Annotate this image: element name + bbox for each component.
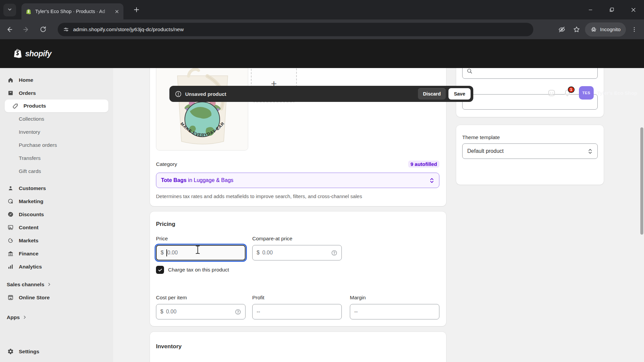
browser-tab[interactable]: Tyler's Eco Shop · Products · Ad [21, 3, 123, 19]
theme-template-card: Theme template Default product [456, 125, 604, 185]
sidebar-item-customers[interactable]: Customers [0, 182, 113, 195]
search-field[interactable] [462, 68, 598, 79]
profit-value: -- [257, 309, 260, 315]
margin-label: Margin [350, 295, 366, 301]
category-select[interactable]: Tote Bags in Luggage & Bags [156, 173, 439, 188]
sidebar-item-label: Finance [19, 251, 39, 257]
apps-label: Apps [7, 314, 20, 320]
compare-at-price-label: Compare-at price [252, 236, 292, 242]
content-icon [7, 224, 14, 231]
store-avatar: TES [579, 86, 594, 100]
help-question-icon[interactable] [235, 309, 241, 315]
products-tag-icon [11, 103, 19, 109]
search-icon [467, 68, 473, 74]
cost-per-item-field[interactable]: $ [156, 304, 246, 319]
category-value-rest: in Luggage & Bags [186, 177, 233, 183]
shopify-logo[interactable]: shopify [13, 48, 51, 59]
cost-per-item-input[interactable] [166, 309, 235, 315]
sidebar-item-products[interactable]: Products [5, 100, 108, 112]
sidebar-item-label: Content [19, 225, 39, 231]
sidebar-item-online-store[interactable]: Online Store [0, 291, 113, 304]
tab-search-button[interactable] [3, 4, 16, 16]
sidebar-item-content[interactable]: Content [0, 221, 113, 234]
notifications-button[interactable]: 1 [563, 89, 572, 97]
category-value-bold: Tote Bags [161, 177, 186, 183]
sidebar-section-sales-channels[interactable]: Sales channels [0, 278, 113, 291]
search-input[interactable] [475, 68, 593, 74]
analytics-icon [7, 263, 14, 270]
charge-tax-checkbox[interactable] [156, 266, 164, 274]
price-input[interactable] [167, 250, 241, 256]
page-scrollbar[interactable] [640, 127, 643, 235]
margin-value: -- [354, 309, 358, 315]
sidebar-item-label: Marketing [19, 198, 43, 204]
sidebar-item-inventory[interactable]: Inventory [0, 125, 113, 138]
autofilled-badge[interactable]: 9 autofilled [408, 161, 439, 168]
charge-tax-label: Charge tax on this product [168, 267, 229, 273]
forward-button[interactable] [19, 22, 34, 37]
sidebar-item-settings[interactable]: Settings [0, 345, 113, 358]
reload-button[interactable] [36, 22, 50, 37]
theme-template-select[interactable]: Default product [462, 143, 598, 159]
help-question-icon[interactable] [331, 250, 337, 256]
url-bar[interactable]: admin.shopify.com/store/jy63jq-dc/produc… [58, 23, 533, 36]
sidebar-item-label: Purchase orders [19, 142, 57, 148]
site-info-icon[interactable] [63, 26, 69, 33]
chevron-right-icon [22, 315, 27, 319]
sidebar-item-purchase-orders[interactable]: Purchase orders [0, 138, 113, 152]
charge-tax-row[interactable]: Charge tax on this product [156, 266, 229, 274]
price-field[interactable]: $ [156, 245, 246, 260]
window-controls [580, 0, 644, 19]
sidekick-icon[interactable] [547, 89, 556, 97]
new-tab-button[interactable] [133, 6, 140, 15]
sidebar-item-discounts[interactable]: Discounts [0, 208, 113, 221]
unsaved-product-bar: Unsaved product Discard Save [169, 86, 473, 102]
save-button-label: Save [454, 91, 465, 97]
discounts-icon [7, 211, 14, 218]
sidebar-item-label: Orders [19, 90, 36, 96]
sidebar-item-marketing[interactable]: Marketing [0, 195, 113, 208]
sidebar-item-markets[interactable]: $ Markets [0, 234, 113, 247]
mouse-ibeam-cursor [195, 245, 201, 256]
product-image-thumbnail[interactable]: MAKE EVERYDAY EARTH DAY [156, 68, 248, 150]
markets-icon: $ [7, 237, 14, 244]
sidebar-item-orders[interactable]: Orders [0, 86, 113, 100]
category-label: Category [156, 161, 177, 167]
url-text: admin.shopify.com/store/jy63jq-dc/produc… [73, 26, 184, 33]
marketing-icon [7, 198, 14, 204]
sidebar-item-analytics[interactable]: Analytics [0, 260, 113, 273]
orders-icon [7, 90, 14, 96]
sidebar-item-collections[interactable]: Collections [0, 112, 113, 125]
sidebar-section-apps[interactable]: Apps [0, 311, 113, 324]
sidebar-item-label: Settings [19, 349, 39, 355]
alert-circle-icon [175, 90, 182, 98]
window-close-button[interactable] [623, 0, 644, 19]
tab-close-icon[interactable] [114, 9, 119, 14]
save-button[interactable]: Save [448, 88, 471, 100]
sidebar-item-home[interactable]: Home [0, 73, 113, 86]
incognito-badge: Incognito [585, 22, 626, 37]
store-menu[interactable]: TES Tyler's Eco Shop [579, 86, 637, 100]
unsaved-product-label: Unsaved product [185, 91, 418, 97]
bookmark-star-icon[interactable] [570, 23, 583, 36]
sidebar-item-label: Analytics [19, 264, 42, 270]
compare-at-price-field[interactable]: $ [252, 245, 342, 260]
shopify-favicon [25, 8, 32, 15]
sidebar-item-transfers[interactable]: Transfers [0, 152, 113, 165]
select-updown-icon [588, 148, 593, 154]
notification-count-badge: 1 [568, 86, 575, 93]
store-name: Tyler's Eco Shop [597, 90, 637, 96]
tote-bag-image: MAKE EVERYDAY EARTH DAY [156, 68, 248, 150]
compare-at-price-input[interactable] [262, 250, 331, 256]
cost-per-item-label: Cost per item [156, 295, 187, 301]
password-eye-off-icon[interactable] [555, 23, 568, 36]
discard-button[interactable]: Discard [418, 88, 446, 100]
sidebar-item-gift-cards[interactable]: Gift cards [0, 165, 113, 178]
browser-menu-icon[interactable] [628, 23, 641, 36]
window-maximize-button[interactable] [601, 0, 623, 19]
tab-title: Tyler's Eco Shop · Products · Ad [35, 9, 111, 14]
sidebar-item-finance[interactable]: Finance [0, 247, 113, 260]
window-minimize-button[interactable] [580, 0, 601, 19]
shopify-header: shopify Unsaved product Discard Save 1 [0, 39, 644, 68]
back-button[interactable] [2, 22, 17, 37]
